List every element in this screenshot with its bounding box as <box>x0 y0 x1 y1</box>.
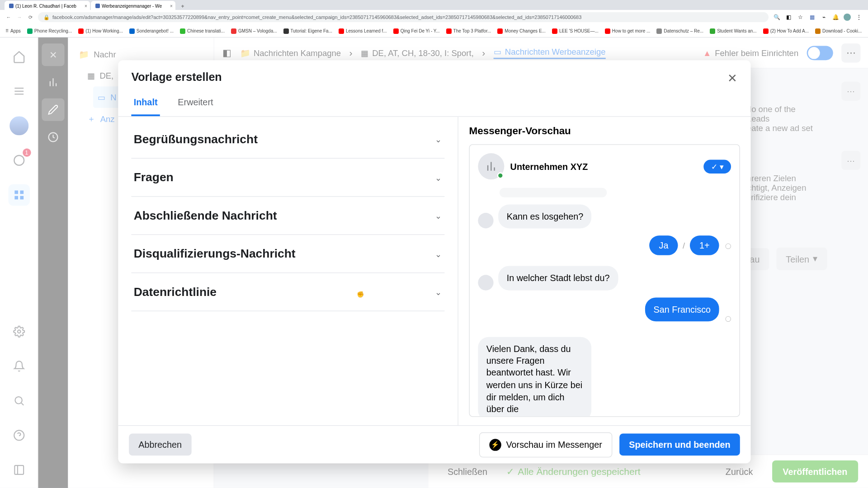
lock-icon: 🔒 <box>43 14 50 20</box>
forward-icon[interactable]: → <box>16 14 23 20</box>
apps-icon[interactable]: ⠿ Apps <box>5 28 21 33</box>
url-field[interactable]: 🔒 facebook.com/adsmanager/manage/ads/edi… <box>38 12 769 22</box>
section-closing[interactable]: Abschließende Nachricht ⌄ <box>131 197 444 235</box>
bookmarks-bar: ⠿ Apps Phone Recycling... (1) How Workin… <box>0 24 868 38</box>
adsmanager-favicon-icon <box>95 4 100 8</box>
section-label: Fragen <box>134 170 174 184</box>
bookmark-item[interactable]: (1) How Working... <box>78 28 123 34</box>
chevron-down-icon: ⌄ <box>435 249 442 258</box>
bot-message: Vielen Dank, dass du unsere Fragen beant… <box>478 337 591 417</box>
close-icon[interactable]: × <box>170 4 173 9</box>
bot-avatar-icon <box>478 275 493 290</box>
reader-icon[interactable]: ◧ <box>785 14 792 21</box>
messenger-icon: ⚡ <box>489 439 501 450</box>
tab-label: Werbeanzeigenmanager - We <box>102 4 162 9</box>
bookmark-item[interactable]: Lessons Learned f... <box>339 28 387 34</box>
bookmark-item[interactable]: How to get more ... <box>605 28 650 34</box>
chevron-down-icon: ⌄ <box>435 135 442 144</box>
quick-reply-yes[interactable]: Ja <box>649 236 678 256</box>
url-text: facebook.com/adsmanager/manage/ads/edit?… <box>52 14 581 20</box>
preview-panel: Messenger-Vorschau Unternehmen XYZ ✓ ▾ K… <box>458 117 751 425</box>
chevron-down-icon: ⌄ <box>435 211 442 220</box>
tab-content[interactable]: Inhalt <box>131 92 160 116</box>
bookmark-item[interactable]: Download - Cooki... <box>815 28 862 34</box>
separator: / <box>683 241 685 250</box>
page-content: 1 ✕ 📁 Nachr ▦ DE, ▭ N ＋ Anz ◧ 📁 Nachrich… <box>0 38 868 488</box>
bookmark-item[interactable]: Money Changes E... <box>497 28 546 34</box>
bookmark-item[interactable]: Tutorial: Eigene Fa... <box>283 28 332 34</box>
tab-advanced[interactable]: Erweitert <box>175 92 216 116</box>
bookmark-item[interactable]: Chinese translati... <box>180 28 225 34</box>
avatar-icon[interactable] <box>844 14 851 21</box>
bot-message: Kann es losgehen? <box>498 205 591 229</box>
section-disqualify[interactable]: Disqualifizierungs-Nachricht ⌄ <box>131 235 444 273</box>
company-name: Unternehmen XYZ <box>510 161 588 171</box>
delivered-icon: ◯ <box>725 315 731 321</box>
previous-message-hint <box>500 188 607 197</box>
bookmark-item[interactable]: GMSN – Vologda... <box>231 28 277 34</box>
section-label: Datenrichtlinie <box>134 285 217 299</box>
chevron-down-icon: ⌄ <box>435 173 442 182</box>
addr-actions: 🔍 ◧ ☆ ▦ ⌁ 🔔 ⋮ <box>773 14 863 21</box>
template-modal: Vorlage erstellen ✕ Inhalt Erweitert Beg… <box>118 60 750 463</box>
section-greeting[interactable]: Begrüßungsnachricht ⌄ <box>131 120 444 158</box>
button-label: Vorschau im Messenger <box>506 440 602 450</box>
menu-icon[interactable]: ⋮ <box>855 14 863 21</box>
star-icon[interactable]: ☆ <box>797 14 804 21</box>
save-and-exit-button[interactable]: Speichern und beenden <box>619 433 740 455</box>
bookmark-item[interactable]: The Top 3 Platfor... <box>446 28 491 34</box>
verified-badge: ✓ ▾ <box>704 160 731 173</box>
section-label: Disqualifizierungs-Nachricht <box>134 247 296 260</box>
modal-title: Vorlage erstellen <box>131 71 222 84</box>
quick-reply-one-plus[interactable]: 1+ <box>690 236 719 256</box>
tab-label: (1) Leon R. Chaudhari | Faceb <box>15 4 76 9</box>
cancel-button[interactable]: Abbrechen <box>129 433 191 455</box>
cursor-icon: ✊ <box>357 291 364 298</box>
bookmark-item[interactable]: Qing Fei De Yi - Y... <box>393 28 440 34</box>
section-label: Begrüßungsnachricht <box>134 132 258 146</box>
bookmark-item[interactable]: Datenschutz – Re... <box>656 28 703 34</box>
tab-strip: (1) Leon R. Chaudhari | Faceb × Werbeanz… <box>0 0 868 10</box>
zoom-icon[interactable]: 🔍 <box>773 14 780 21</box>
close-icon[interactable]: ✕ <box>727 71 737 85</box>
bot-message: In welcher Stadt lebst du? <box>498 266 618 290</box>
address-bar: ← → ⟳ 🔒 facebook.com/adsmanager/manage/a… <box>0 10 868 24</box>
bookmark-item[interactable]: Sonderangebot! ... <box>129 28 174 34</box>
close-icon[interactable]: × <box>85 4 87 9</box>
tab-facebook[interactable]: (1) Leon R. Chaudhari | Faceb × <box>5 1 90 10</box>
facebook-favicon-icon <box>9 4 14 8</box>
new-tab-button[interactable]: + <box>179 3 186 10</box>
sections-panel: Begrüßungsnachricht ⌄ Fragen ⌄ Abschließ… <box>118 117 458 425</box>
back-icon[interactable]: ← <box>5 14 12 20</box>
section-questions[interactable]: Fragen ⌄ <box>131 159 444 197</box>
section-privacy[interactable]: Datenrichtlinie ⌄ <box>131 273 444 311</box>
user-message: San Francisco <box>645 297 719 321</box>
grid-icon[interactable]: ▦ <box>808 14 816 21</box>
modal-footer: Abbrechen ⚡ Vorschau im Messenger Speich… <box>118 425 750 463</box>
bell-icon[interactable]: 🔔 <box>832 14 839 21</box>
browser-chrome: (1) Leon R. Chaudhari | Faceb × Werbeanz… <box>0 0 868 38</box>
preview-in-messenger-button[interactable]: ⚡ Vorschau im Messenger <box>479 432 612 457</box>
tab-adsmanager[interactable]: Werbeanzeigenmanager - We × <box>91 1 175 10</box>
messenger-preview: Unternehmen XYZ ✓ ▾ Kann es losgehen? Ja… <box>469 144 740 417</box>
delivered-icon: ◯ <box>725 243 731 249</box>
bookmark-item[interactable]: Phone Recycling... <box>27 28 72 34</box>
online-dot-icon <box>497 172 504 179</box>
bookmark-item[interactable]: Student Wants an... <box>710 28 756 34</box>
chevron-down-icon: ⌄ <box>435 287 442 296</box>
preview-title: Messenger-Vorschau <box>469 125 740 137</box>
company-avatar <box>478 153 504 179</box>
reload-icon[interactable]: ⟳ <box>27 14 33 20</box>
bookmark-item[interactable]: (2) How To Add A... <box>763 28 809 34</box>
messenger-icon[interactable]: ⌁ <box>820 14 827 21</box>
bookmark-item[interactable]: LEE 'S HOUSE—... <box>552 28 599 34</box>
modal-tab-strip: Inhalt Erweitert <box>118 92 750 116</box>
section-label: Abschließende Nachricht <box>134 209 277 222</box>
bot-avatar-icon <box>478 213 493 228</box>
